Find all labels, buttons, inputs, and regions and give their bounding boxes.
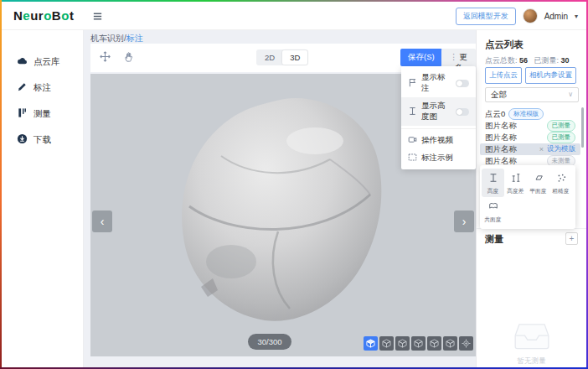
menu-item-label: 显示高度图 (421, 101, 451, 122)
view-back-cube-icon[interactable] (395, 336, 410, 351)
header-right: 返回模型开发 Admin ▾ (456, 2, 578, 30)
view-mode-switch: 2D 3D (256, 49, 308, 65)
sidebar: 点云库 标注 测量 下载 (2, 30, 84, 367)
image-counter-badge: 30/300 (248, 334, 291, 350)
total-label: 点云总数: (485, 56, 518, 65)
image-list-item-selected[interactable]: 图片名称 × 设为模版 (480, 143, 580, 155)
view-top-cube-icon[interactable] (443, 336, 457, 351)
measure-section-title: 测量 (485, 233, 503, 246)
next-image-button[interactable]: › (454, 210, 474, 232)
tool-flatness[interactable]: 平面度 (527, 169, 549, 197)
image-list-item[interactable]: 图片名称 已测量 (480, 120, 580, 132)
menu-item-label: 显示标注 (421, 72, 451, 94)
view-left-cube-icon[interactable] (411, 336, 426, 351)
menu-item-operation-video[interactable]: 操作视频 (401, 132, 476, 149)
flag-icon (408, 78, 417, 89)
sidebar-item-download[interactable]: 下载 (2, 127, 83, 153)
image-name: 图片名称 (485, 133, 517, 143)
sidebar-item-label: 点云库 (34, 56, 60, 68)
tool-coplanarity[interactable]: 共面度 (482, 197, 504, 226)
tool-height[interactable]: 高度 (482, 169, 504, 197)
logo-letter: t (70, 8, 75, 23)
breadcrumb-parent[interactable]: 机车识别 (90, 34, 124, 43)
back-to-model-dev-button[interactable]: 返回模型开发 (456, 8, 516, 25)
panel-title: 点云列表 (485, 39, 524, 51)
view-2d-button[interactable]: 2D (257, 50, 282, 65)
sidebar-item-measure[interactable]: 测量 (2, 101, 83, 127)
view-orientation-buttons (364, 336, 473, 351)
sidebar-collapse-icon[interactable] (92, 10, 103, 25)
tool-height-difference[interactable]: 高度差 (504, 169, 527, 197)
measured-label: 已测量: (534, 56, 560, 65)
close-icon[interactable]: × (539, 145, 544, 153)
prev-image-button[interactable]: ‹ (92, 210, 112, 232)
logo-gear-letter: o (61, 8, 70, 23)
template-tag-badge: 标准模版 (508, 108, 544, 120)
recenter-crosshair-icon[interactable] (459, 336, 473, 351)
menu-item-label: 标注示例 (421, 153, 469, 164)
pan-move-icon[interactable] (99, 50, 111, 66)
roughness-icon (556, 171, 566, 186)
toolbar-icons (99, 50, 136, 66)
height-icon (488, 171, 498, 186)
frame-border-top (0, 0, 588, 2)
view-3d-button[interactable]: 3D (282, 50, 307, 65)
user-name[interactable]: Admin (544, 12, 568, 21)
pointcloud-group-row[interactable]: 点云0 标准模版 (485, 108, 544, 120)
save-button[interactable]: 保存(S) (400, 49, 442, 66)
measured-count: 30 (561, 56, 570, 65)
measured-badge: 已测量 (547, 120, 576, 132)
image-name: 图片名称 (485, 121, 517, 132)
measured-badge: 已测量 (547, 132, 576, 143)
tooth-model-3d[interactable] (151, 89, 419, 332)
tool-label: 共面度 (484, 216, 501, 224)
frame-icon (408, 153, 417, 164)
menu-item-show-annotation[interactable]: 显示标注 (401, 69, 476, 97)
frame-border-left (0, 0, 2, 369)
logo-letter: ur (30, 8, 44, 23)
filter-select[interactable]: 全部 ∨ (485, 87, 579, 102)
coplanarity-icon (488, 200, 498, 215)
menu-divider (401, 128, 476, 129)
user-menu-caret-icon[interactable]: ▾ (575, 13, 578, 20)
logo-letter: N (13, 8, 23, 23)
menu-item-annotation-example[interactable]: 标注示例 (401, 149, 476, 167)
cloud-icon (17, 55, 28, 68)
sidebar-item-pointcloud-library[interactable]: 点云库 (2, 49, 83, 75)
list-scrollbar-thumb[interactable] (581, 107, 584, 148)
image-list-item[interactable]: 图片名称 已测量 (480, 132, 580, 143)
more-dots-icon: ⋮ (450, 52, 458, 61)
set-as-template-link[interactable]: 设为模版 (547, 144, 575, 154)
hand-drag-icon[interactable] (123, 50, 136, 66)
tool-label: 粗糙度 (552, 188, 569, 195)
main-area: 机车识别/标注 2D 3D 保存(S) ⋮更多 (84, 30, 476, 367)
empty-state: 暂无测量 (477, 322, 586, 366)
filter-value: 全部 (491, 90, 507, 99)
camera-params-button[interactable]: 相机内参设置 (525, 67, 576, 84)
avatar[interactable] (523, 8, 538, 23)
caliper-icon (17, 107, 28, 120)
sidebar-item-label: 标注 (34, 82, 51, 94)
empty-state-text: 暂无测量 (477, 356, 586, 366)
upload-pointcloud-button[interactable]: 上传点云 (485, 67, 522, 84)
view-front-cube-icon[interactable] (379, 336, 394, 351)
view-right-cube-icon[interactable] (427, 336, 441, 351)
add-measure-button[interactable]: + (565, 232, 578, 245)
sidebar-item-label: 下载 (34, 134, 51, 146)
show-annotation-toggle[interactable] (456, 80, 469, 87)
sidebar-item-annotate[interactable]: 标注 (2, 75, 83, 101)
flatness-icon (534, 171, 544, 186)
header: NeuroBot 返回模型开发 Admin ▾ (2, 2, 586, 30)
chevron-down-icon: ∨ (568, 88, 573, 101)
breadcrumb-current: 标注 (126, 34, 143, 43)
tool-roughness[interactable]: 粗糙度 (549, 169, 572, 197)
tool-label: 高度 (487, 188, 499, 195)
panel-buttons: 上传点云 相机内参设置 (485, 67, 576, 84)
pen-icon (17, 81, 28, 94)
app-logo: NeuroBot (13, 8, 74, 23)
more-dropdown-menu: 显示标注 显示高度图 操作视频 标注示例 (401, 66, 476, 169)
tool-label: 高度差 (507, 188, 524, 195)
show-heightmap-toggle[interactable] (456, 108, 469, 116)
view-default-cube-icon[interactable] (364, 336, 378, 351)
menu-item-show-heightmap[interactable]: 显示高度图 (401, 97, 476, 126)
